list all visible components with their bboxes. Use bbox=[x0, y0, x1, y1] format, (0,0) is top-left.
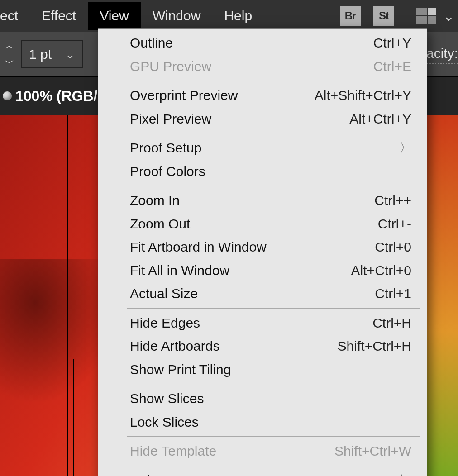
workspace-chevron-icon[interactable]: ⌄ bbox=[439, 8, 458, 24]
menu-separator bbox=[127, 308, 420, 309]
view-menu-dropdown: Outline Ctrl+Y GPU Preview Ctrl+E Overpr… bbox=[98, 28, 427, 476]
menu-overprint-preview[interactable]: Overprint Preview Alt+Shift+Ctrl+Y bbox=[98, 84, 427, 107]
menu-lock-slices[interactable]: Lock Slices bbox=[98, 410, 427, 434]
menu-gpu-preview: GPU Preview Ctrl+E bbox=[98, 55, 427, 78]
stroke-weight-value: 1 pt bbox=[29, 47, 52, 62]
guide-line[interactable] bbox=[73, 359, 74, 476]
submenu-arrow-icon: 〉 bbox=[400, 471, 411, 476]
menu-item-effect[interactable]: Effect bbox=[30, 2, 88, 30]
menu-item-view[interactable]: View bbox=[88, 2, 140, 30]
canvas-content bbox=[426, 115, 458, 476]
stepper-up-icon[interactable]: ︿ bbox=[3, 41, 16, 51]
menu-separator bbox=[127, 466, 420, 466]
menu-hide-template: Hide Template Shift+Ctrl+W bbox=[98, 439, 427, 463]
submenu-arrow-icon: 〉 bbox=[400, 139, 411, 157]
stroke-weight-field[interactable]: 1 pt ⌄ bbox=[21, 40, 83, 68]
menu-zoom-out[interactable]: Zoom Out Ctrl+- bbox=[98, 212, 427, 236]
guide-line[interactable] bbox=[67, 115, 68, 476]
menu-separator bbox=[127, 384, 420, 384]
menu-item-window[interactable]: Window bbox=[141, 2, 213, 30]
menu-separator bbox=[127, 81, 420, 81]
menu-pixel-preview[interactable]: Pixel Preview Alt+Ctrl+Y bbox=[98, 107, 427, 131]
menu-fit-all[interactable]: Fit All in Window Alt+Ctrl+0 bbox=[98, 259, 427, 282]
menu-item-help[interactable]: Help bbox=[212, 2, 264, 30]
menu-outline[interactable]: Outline Ctrl+Y bbox=[98, 31, 427, 55]
menu-rulers[interactable]: Rulers 〉 bbox=[98, 469, 427, 476]
workspace-switcher-icon[interactable] bbox=[416, 8, 437, 24]
menu-hide-edges[interactable]: Hide Edges Ctrl+H bbox=[98, 311, 427, 335]
menu-separator bbox=[127, 436, 420, 437]
menu-item-select[interactable]: ect bbox=[0, 2, 30, 30]
menu-separator bbox=[127, 186, 420, 186]
menubar: ect Effect View Window Help Br St ⌄ bbox=[0, 0, 458, 32]
menu-actual-size[interactable]: Actual Size Ctrl+1 bbox=[98, 282, 427, 305]
menu-proof-colors[interactable]: Proof Colors bbox=[98, 160, 427, 183]
opacity-label: acity: bbox=[426, 46, 458, 64]
stroke-stepper[interactable]: ︿ ﹀ bbox=[3, 41, 16, 68]
stroke-dropdown-icon[interactable]: ⌄ bbox=[65, 48, 75, 62]
menu-hide-artboards[interactable]: Hide Artboards Shift+Ctrl+H bbox=[98, 334, 427, 358]
menu-show-slices[interactable]: Show Slices bbox=[98, 387, 427, 410]
document-title: 100% (RGB/P bbox=[15, 88, 107, 105]
menu-separator bbox=[127, 133, 420, 133]
menu-proof-setup[interactable]: Proof Setup 〉 bbox=[98, 136, 427, 160]
stock-badge[interactable]: St bbox=[373, 6, 394, 26]
menu-fit-artboard[interactable]: Fit Artboard in Window Ctrl+0 bbox=[98, 235, 427, 259]
bridge-badge[interactable]: Br bbox=[340, 6, 361, 26]
tab-bullet-icon bbox=[3, 91, 12, 100]
stepper-down-icon[interactable]: ﹀ bbox=[3, 58, 16, 68]
menu-zoom-in[interactable]: Zoom In Ctrl++ bbox=[98, 189, 427, 212]
menu-show-print-tiling[interactable]: Show Print Tiling bbox=[98, 358, 427, 381]
